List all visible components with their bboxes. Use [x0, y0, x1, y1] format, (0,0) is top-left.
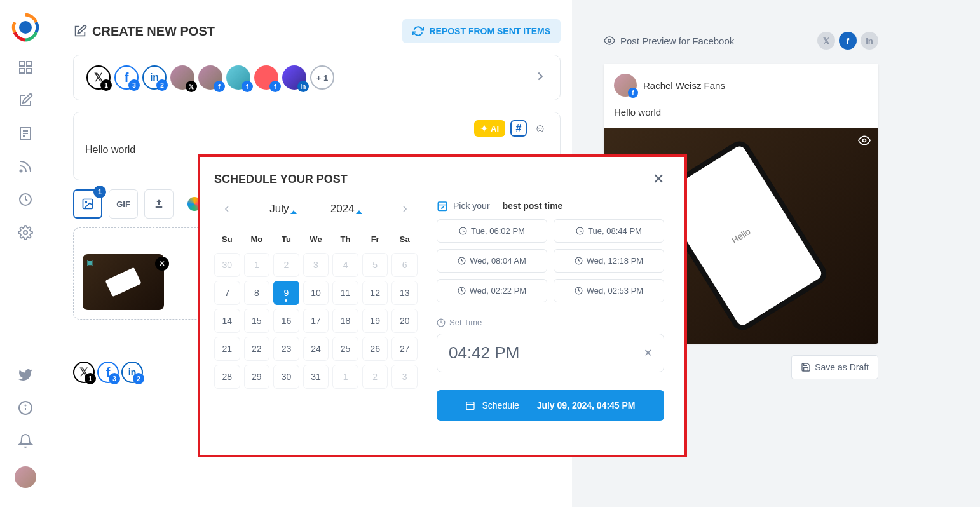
time-slot[interactable]: Wed, 12:18 PM	[554, 249, 664, 273]
accounts-bar[interactable]: 𝕏1 f3 in2 𝕏 f f f in + 1	[73, 55, 561, 100]
account-profile-5[interactable]: in	[282, 65, 306, 90]
calendar-day[interactable]: 30	[273, 365, 299, 389]
account-linkedin[interactable]: in2	[142, 65, 167, 90]
account-profile-3[interactable]: f	[226, 65, 250, 90]
preview-header: Post Preview for Facebook 𝕏 f in	[604, 32, 878, 50]
schedule-confirm-button[interactable]: Schedule July 09, 2024, 04:45 PM	[437, 390, 664, 421]
calendar-day[interactable]: 10	[303, 281, 329, 305]
media-type-icon: ▣	[86, 258, 93, 267]
calendar-day[interactable]: 4	[332, 253, 358, 277]
footer-account-li[interactable]: in2	[121, 362, 143, 383]
media-thumbnail[interactable]: ▣ ✕	[83, 254, 164, 310]
month-select[interactable]: July	[269, 203, 296, 215]
settings-icon[interactable]	[18, 225, 33, 240]
expand-accounts-chevron-icon[interactable]	[533, 69, 547, 86]
footer-account-fb[interactable]: f3	[97, 362, 119, 383]
feed-icon[interactable]	[18, 159, 33, 174]
account-profile-2[interactable]: f	[198, 65, 222, 90]
time-slot[interactable]: Wed, 08:04 AM	[437, 249, 547, 273]
calendar-dow: Fr	[362, 229, 388, 249]
emoji-button[interactable]: ☺	[532, 120, 548, 137]
preview-tab-linkedin[interactable]: in	[861, 32, 878, 50]
svg-point-14	[25, 405, 26, 406]
time-slot[interactable]: Tue, 08:44 PM	[554, 219, 664, 243]
calendar-grid: SuMoTuWeThFrSa30123456789101112131415161…	[214, 229, 418, 389]
calendar-day[interactable]: 5	[362, 253, 388, 277]
account-profile-1[interactable]: 𝕏	[170, 65, 194, 90]
preview-eye-icon[interactable]	[858, 134, 871, 149]
preview-tab-facebook[interactable]: f	[839, 32, 857, 50]
dashboard-icon[interactable]	[18, 60, 33, 75]
calendar-day[interactable]: 15	[244, 309, 270, 333]
save-draft-button[interactable]: Save as Draft	[791, 355, 878, 379]
calendar-day[interactable]: 21	[214, 337, 240, 361]
ai-button[interactable]: ✦AI	[474, 120, 505, 137]
calendar-day[interactable]: 1	[244, 253, 270, 277]
account-x[interactable]: 𝕏1	[86, 65, 111, 90]
calendar-day[interactable]: 18	[332, 309, 358, 333]
calendar-day[interactable]: 16	[273, 309, 299, 333]
next-month-button[interactable]	[396, 200, 414, 218]
calendar-day[interactable]: 24	[303, 337, 329, 361]
preview-tab-x[interactable]: 𝕏	[817, 32, 835, 50]
calendar-day[interactable]: 3	[391, 365, 418, 389]
calendar-day[interactable]: 19	[362, 309, 388, 333]
recycle-icon[interactable]	[18, 192, 33, 207]
calendar: July 2024 SuMoTuWeThFrSa3012345678910111…	[214, 200, 418, 421]
calendar-day[interactable]: 7	[214, 281, 240, 305]
calendar-day[interactable]: 13	[391, 281, 418, 305]
accounts-list: 𝕏1 f3 in2 𝕏 f f f in + 1	[86, 65, 337, 90]
calendar-day[interactable]: 29	[244, 365, 270, 389]
calendar-day[interactable]: 12	[362, 281, 388, 305]
time-slot[interactable]: Wed, 02:53 PM	[554, 279, 664, 302]
prev-month-button[interactable]	[218, 200, 236, 218]
time-slot[interactable]: Tue, 06:02 PM	[437, 219, 547, 243]
calendar-day[interactable]: 14	[214, 309, 240, 333]
user-avatar[interactable]	[15, 466, 36, 488]
svg-rect-26	[438, 202, 447, 211]
calendar-day[interactable]: 25	[332, 337, 358, 361]
gif-attach-button[interactable]: GIF	[109, 189, 138, 219]
calendar-day[interactable]: 22	[244, 337, 270, 361]
calendar-dow: We	[303, 229, 329, 249]
calendar-day[interactable]: 9	[273, 281, 299, 305]
calendar-day[interactable]: 17	[303, 309, 329, 333]
preview-user: Rachel Weisz Fans	[604, 64, 878, 107]
info-icon[interactable]	[18, 400, 33, 416]
calendar-day[interactable]: 11	[332, 281, 358, 305]
calendar-day[interactable]: 1	[332, 365, 358, 389]
upload-attach-button[interactable]	[144, 189, 174, 219]
calendar-day[interactable]: 8	[244, 281, 270, 305]
time-slots: Tue, 06:02 PMTue, 08:44 PMWed, 08:04 AMW…	[437, 219, 664, 302]
remove-media-button[interactable]: ✕	[155, 257, 169, 271]
twitter-icon[interactable]	[18, 367, 33, 382]
account-more[interactable]: + 1	[310, 65, 334, 90]
time-input[interactable]: 04:42 PM ✕	[437, 334, 664, 372]
badge: 2	[133, 373, 144, 384]
account-facebook[interactable]: f3	[114, 65, 139, 90]
calendar-day[interactable]: 2	[273, 253, 299, 277]
compose-icon[interactable]	[18, 93, 33, 108]
time-clear-button[interactable]: ✕	[644, 347, 652, 359]
repost-button[interactable]: REPOST FROM SENT ITEMS	[402, 19, 561, 43]
calendar-day[interactable]: 30	[214, 253, 240, 277]
year-select[interactable]: 2024	[330, 203, 362, 215]
calendar-day[interactable]: 3	[303, 253, 329, 277]
modal-close-button[interactable]: ✕	[653, 171, 664, 187]
calendar-day[interactable]: 31	[303, 365, 329, 389]
content-icon[interactable]	[18, 126, 33, 141]
calendar-day[interactable]: 26	[362, 337, 388, 361]
calendar-day[interactable]: 20	[391, 309, 418, 333]
svg-point-0	[19, 21, 32, 34]
calendar-day[interactable]: 28	[214, 365, 240, 389]
footer-account-x[interactable]: 𝕏1	[73, 362, 95, 383]
image-attach-button[interactable]: 1	[73, 189, 102, 219]
calendar-day[interactable]: 6	[391, 253, 418, 277]
calendar-day[interactable]: 27	[391, 337, 418, 361]
calendar-day[interactable]: 23	[273, 337, 299, 361]
hashtag-button[interactable]: #	[510, 120, 527, 137]
calendar-day[interactable]: 2	[362, 365, 388, 389]
bell-icon[interactable]	[18, 433, 33, 449]
account-profile-4[interactable]: f	[254, 65, 278, 90]
time-slot[interactable]: Wed, 02:22 PM	[437, 279, 547, 302]
